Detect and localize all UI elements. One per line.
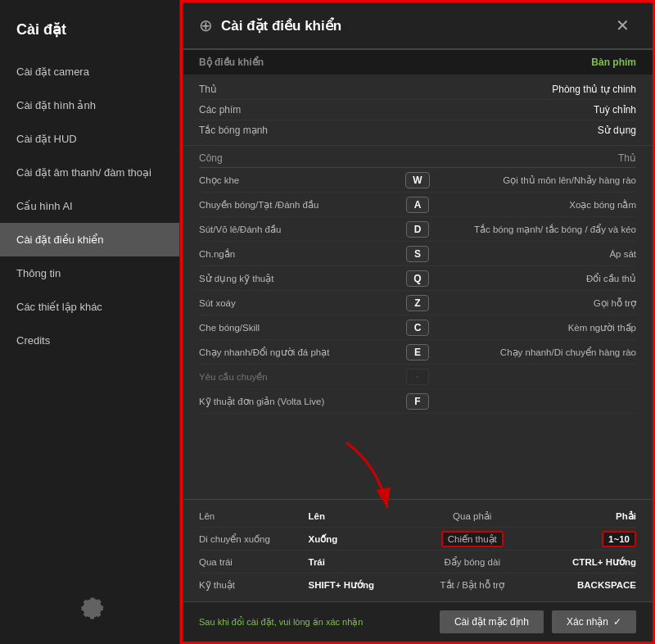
defense-label-6: Kèm người thấp [450, 322, 636, 333]
mapping-row-5: Sút xoáy Z Gọi hỗ trợ [199, 291, 636, 315]
attack-label-9: Kỹ thuật đơn giản (Volta Live) [199, 396, 385, 407]
sidebar-item-hud[interactable]: Cài đặt HUD [0, 122, 179, 156]
move-label-0-1: Lên [199, 511, 309, 521]
move-value-2-2: CTRL+ Hướng [527, 556, 637, 568]
table-column-headers: Bộ điều khiển Bàn phím [183, 50, 653, 75]
key-badge-1[interactable]: A [406, 197, 429, 213]
settings-value-thu: Phòng thủ tự chinh [418, 84, 636, 95]
key-badge-5[interactable]: Z [406, 295, 429, 311]
dialog-title-area: ⊕ Cài đặt điều khiển [199, 16, 341, 35]
mapping-row-6: Che bóng/Skill C Kèm người thấp [199, 315, 636, 340]
defense-label-2: Tắc bóng mạnh/ tắc bóng / đẩy và kéo [450, 224, 636, 235]
settings-value-tac-bong: Sử dụng [418, 125, 636, 136]
attack-label-2: Sút/Võ lê/Đánh đầu [199, 224, 385, 235]
settings-row-tac-bong: Tắc bóng mạnh Sử dụng [199, 120, 636, 140]
sidebar-item-hinh-anh[interactable]: Cài đặt hình ảnh [0, 88, 179, 122]
move-label-0-2: Qua phải [418, 510, 527, 522]
defense-label-0: Gọi thủ môn lên/Nhảy hàng rào [450, 175, 636, 186]
settings-label-thu: Thủ [199, 84, 418, 95]
confirm-check-icon: ✓ [613, 616, 621, 628]
settings-value-phim: Tuỳ chỉnh [418, 104, 636, 116]
key-badge-4[interactable]: Q [406, 270, 429, 287]
attack-label-4: Sử dụng kỹ thuật [199, 273, 385, 284]
key-area-9: F [385, 393, 450, 410]
highlight-chiến-thuật: Chiến thuật [441, 531, 504, 547]
mapping-row-9: Kỹ thuật đơn giản (Volta Live) F [199, 389, 636, 414]
mapping-row-3: Ch.ngắn S Áp sát [199, 242, 636, 266]
dialog-title: Cài đặt điều khiển [221, 17, 341, 34]
attack-header: Công [199, 152, 385, 164]
mapping-row-8: Yêu cầu chuyền · [199, 365, 636, 389]
header-controller: Bộ điều khiển [199, 57, 418, 68]
key-area-4: Q [385, 270, 450, 287]
key-mapping-section: Công Thủ Chọc khe W Gọi thủ môn lên/Nhảy… [183, 146, 653, 499]
main-dialog: ⊕ Cài đặt điều khiển ✕ Bộ điều khiển Bàn… [180, 0, 655, 644]
key-badge-7[interactable]: E [406, 344, 429, 361]
mapping-column-headers: Công Thủ [199, 146, 636, 168]
sidebar-title: Cài đặt [0, 8, 179, 55]
footer-buttons: Cài đặt mặc định Xác nhận ✓ [440, 610, 636, 633]
attack-label-8: Yêu cầu chuyền [199, 371, 385, 383]
move-value-3-1: SHIFT+ Hướng [309, 579, 418, 591]
move-value-1-2: 1~10 [527, 534, 637, 544]
key-area-7: E [385, 344, 450, 361]
settings-label-tac-bong: Tắc bóng mạnh [199, 125, 418, 136]
move-value-2-1: Trái [309, 557, 418, 567]
move-label-2-2: Đẩy bóng dài [418, 556, 527, 568]
controller-icon: ⊕ [199, 16, 213, 35]
key-area-0: W [385, 172, 450, 188]
settings-section: Thủ Phòng thủ tự chinh Các phím Tuỳ chỉn… [183, 75, 653, 146]
key-area-8: · [385, 369, 450, 385]
mapping-row-4: Sử dụng kỹ thuật Q Đổi cầu thủ [199, 266, 636, 291]
move-value-0-2: Phải [527, 510, 637, 522]
sidebar-item-thiet-lap-khac[interactable]: Các thiết lập khác [0, 290, 179, 324]
confirm-label: Xác nhận [567, 616, 608, 628]
attack-label-1: Chuyền bóng/Tạt /Đánh đầu [199, 199, 385, 211]
move-label-1-1: Di chuyển xuống [199, 533, 309, 545]
attack-label-7: Chạy nhanh/Đổi người đá phạt [199, 347, 385, 358]
sidebar: Cài đặt Cài đặt camera Cài đặt hình ảnh … [0, 0, 180, 644]
attack-label-3: Ch.ngắn [199, 248, 385, 260]
move-label-3-2: Tắt / Bật hỗ trợ [418, 579, 527, 591]
key-badge-9[interactable]: F [406, 393, 429, 410]
key-area-2: D [385, 221, 450, 238]
settings-row-thu: Thủ Phòng thủ tự chinh [199, 79, 636, 100]
movement-row-2: Qua trái Trái Đẩy bóng dài CTRL+ Hướng [199, 551, 636, 574]
sidebar-item-dieu-khien[interactable]: Cài đặt điều khiển [0, 223, 179, 256]
attack-label-6: Che bóng/Skill [199, 323, 385, 333]
footer-note: Sau khi đổi cài đặt, vui lòng ấn xác nhậ… [199, 617, 363, 628]
key-badge-0[interactable]: W [405, 172, 429, 188]
key-badge-8[interactable]: · [406, 369, 429, 385]
sidebar-item-credits[interactable]: Credits [0, 324, 179, 357]
default-settings-button[interactable]: Cài đặt mặc định [440, 610, 544, 633]
movement-section: Lên Lên Qua phải Phải Di chuyển xuống Xu… [183, 499, 653, 601]
mapping-row-7: Chạy nhanh/Đổi người đá phạt E Chạy nhan… [199, 340, 636, 365]
confirm-button[interactable]: Xác nhận ✓ [552, 610, 636, 633]
defense-header: Thủ [450, 152, 636, 164]
defense-label-3: Áp sát [450, 249, 636, 259]
defense-label-5: Gọi hỗ trợ [450, 297, 636, 309]
key-area-3: S [385, 246, 450, 262]
mapping-row-1: Chuyền bóng/Tạt /Đánh đầu A Xoạc bóng nằ… [199, 193, 636, 217]
sidebar-item-camera[interactable]: Cài đặt camera [0, 55, 179, 88]
defense-label-4: Đổi cầu thủ [450, 273, 636, 284]
sidebar-item-cau-hinh-ai[interactable]: Cấu hình AI [0, 189, 179, 223]
key-area-5: Z [385, 295, 450, 311]
dialog-header: ⊕ Cài đặt điều khiển ✕ [183, 2, 653, 50]
close-button[interactable]: ✕ [609, 12, 636, 39]
defense-label-7: Chạy nhanh/Di chuyển hàng rào [450, 347, 636, 358]
sidebar-footer [0, 578, 179, 636]
key-badge-3[interactable]: S [406, 246, 429, 262]
gear-icon [74, 591, 106, 624]
sidebar-item-thong-tin[interactable]: Thông tin [0, 256, 179, 290]
key-area-1: A [385, 197, 450, 213]
sidebar-item-am-thanh[interactable]: Cài đặt âm thanh/ đàm thoại [0, 156, 179, 189]
key-badge-6[interactable]: C [406, 320, 429, 336]
move-label-2-1: Qua trái [199, 557, 309, 567]
key-badge-2[interactable]: D [406, 221, 429, 238]
mapping-row-2: Sút/Võ lê/Đánh đầu D Tắc bóng mạnh/ tắc … [199, 217, 636, 242]
settings-label-phim: Các phím [199, 104, 418, 116]
header-keyboard: Bàn phím [418, 57, 636, 68]
settings-row-phim: Các phím Tuỳ chỉnh [199, 100, 636, 120]
move-value-0-1: Lên [309, 511, 418, 521]
